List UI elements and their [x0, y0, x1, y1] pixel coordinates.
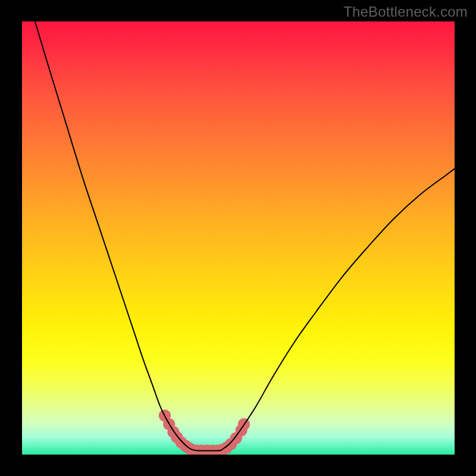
watermark-text: TheBottleneck.com — [343, 4, 468, 20]
chart-svg — [22, 21, 455, 455]
plot-area — [22, 21, 455, 455]
curve-lines-layer — [35, 21, 455, 451]
marker-dots-layer — [159, 409, 250, 455]
curve-right-curve — [221, 169, 455, 450]
chart-frame: TheBottleneck.com — [0, 0, 476, 476]
curve-floor-segment — [195, 450, 221, 451]
curve-left-curve — [35, 21, 195, 450]
